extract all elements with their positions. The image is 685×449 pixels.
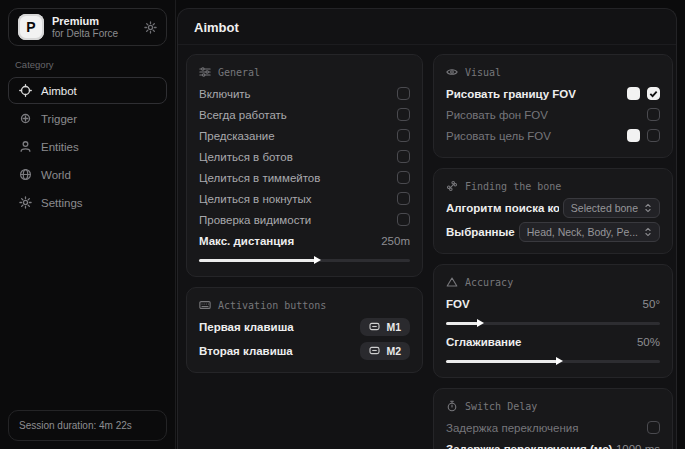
sidebar-item-label: Trigger [41, 113, 77, 125]
checkbox-switch-delay[interactable] [647, 421, 660, 434]
bone-algorithm-select[interactable]: Selected bone [563, 198, 660, 218]
eye-icon [446, 66, 458, 78]
toggle-label: Рисовать цель FOV [446, 130, 551, 142]
sidebar-item-label: Settings [41, 197, 83, 209]
slider-fill [199, 259, 315, 262]
keybind-value: M2 [386, 345, 401, 357]
fov-slider[interactable] [446, 318, 660, 328]
key-icon [369, 346, 380, 355]
slider-label: FOV [446, 298, 470, 310]
sidebar-item-label: World [41, 169, 71, 181]
key-icon [369, 322, 380, 331]
sidebar-item-entities[interactable]: Entities [8, 133, 167, 160]
selected-bones-select[interactable]: Head, Neck, Body, Pe... [519, 222, 660, 242]
checkbox-target-bots[interactable] [397, 150, 410, 163]
checkbox-draw-fov-border[interactable] [647, 87, 660, 100]
sidebar-item-settings[interactable]: Settings [8, 189, 167, 216]
smoothing-slider[interactable] [446, 356, 660, 366]
toggle-label: Всегда работать [199, 109, 287, 121]
brand-text: Premium for Delta Force [52, 15, 136, 39]
column-left: General Включить Всегда работать Предска… [186, 54, 423, 373]
slider-row: Задержка переключения (мс) 1000 ms [446, 438, 660, 449]
max-distance-slider[interactable] [199, 255, 410, 265]
toggle-label: Проверка видимости [199, 214, 311, 226]
slider-value: 50% [637, 336, 660, 348]
select-label: Выбранные кос [446, 226, 515, 238]
card-title-label: Finding the bone [465, 181, 561, 192]
toggle-row: Задержка переключения [446, 417, 660, 438]
content: General Включить Всегда работать Предска… [178, 45, 676, 449]
main-header: Aimbot [178, 9, 676, 45]
toggle-row: Всегда работать [199, 104, 410, 125]
card-switch-delay: Switch Delay Задержка переключения Задер… [433, 388, 673, 449]
toggle-row: Проверка видимости [199, 209, 410, 230]
sliders-icon [199, 66, 211, 78]
slider-row: FOV 50° [446, 293, 660, 314]
toggle-label: Рисовать границу FOV [446, 88, 576, 100]
checkbox-always-work[interactable] [397, 108, 410, 121]
globe-icon [19, 168, 32, 181]
column-right: Visual Рисовать границу FOV Рисовать фон… [433, 54, 673, 449]
brand-subtitle: for Delta Force [52, 28, 136, 40]
toggle-row: Целиться в тиммейтов [199, 167, 410, 188]
card-finding-the-bone: Finding the bone Алгоритм поиска кост Se… [433, 168, 673, 254]
checkbox-draw-fov-background[interactable] [647, 108, 660, 121]
card-switch-delay-title: Switch Delay [446, 400, 660, 412]
settings-gear-icon [19, 196, 32, 209]
card-bone-title: Finding the bone [446, 180, 660, 192]
toggle-label: Задержка переключения [446, 422, 578, 434]
keybind-button-1[interactable]: M1 [360, 318, 410, 336]
sidebar-item-trigger[interactable]: Trigger [8, 105, 167, 132]
card-activation-title: Activation buttons [199, 299, 410, 311]
main-panel: Aimbot General Включить [177, 8, 677, 449]
color-swatch[interactable] [627, 129, 640, 142]
select-value: Selected bone [571, 202, 638, 214]
checkbox-target-teammates[interactable] [397, 171, 410, 184]
checkbox-target-knocked[interactable] [397, 192, 410, 205]
toggle-label: Рисовать фон FOV [446, 109, 548, 121]
slider-label: Макс. дистанция [199, 235, 294, 247]
keybind-button-2[interactable]: M2 [360, 342, 410, 360]
toggle-label: Целиться в нокнутых [199, 193, 312, 205]
sidebar-item-world[interactable]: World [8, 161, 167, 188]
select-row: Алгоритм поиска кост Selected bone [446, 197, 660, 218]
select-label: Алгоритм поиска кост [446, 202, 559, 214]
card-title-label: Visual [465, 67, 501, 78]
color-swatch[interactable] [627, 87, 640, 100]
checkbox-prediction[interactable] [397, 129, 410, 142]
trigger-icon [19, 112, 32, 125]
triangle-icon [446, 276, 458, 288]
card-general-title: General [199, 66, 410, 78]
sidebar-item-aimbot[interactable]: Aimbot [8, 77, 167, 104]
toggle-label: Целиться в ботов [199, 151, 293, 163]
toggle-label: Предсказание [199, 130, 275, 142]
sidebar-item-label: Aimbot [41, 85, 77, 97]
slider-fill [446, 360, 557, 363]
card-accuracy: Accuracy FOV 50° Сглаживание 50% [433, 264, 673, 378]
chevrons-up-down-icon [644, 227, 652, 237]
toggle-row: Целиться в ботов [199, 146, 410, 167]
slider-label: Задержка переключения (мс) [446, 443, 612, 449]
card-accuracy-title: Accuracy [446, 276, 660, 288]
card-title-label: Switch Delay [465, 401, 537, 412]
checkbox-visibility-check[interactable] [397, 213, 410, 226]
slider-value: 50° [643, 298, 660, 310]
checkbox-draw-fov-target[interactable] [647, 129, 660, 142]
slider-value: 1000 ms [616, 443, 660, 449]
sidebar-item-label: Entities [41, 141, 79, 153]
card-title-label: Activation buttons [218, 300, 326, 311]
keybind-row: Вторая клавиша M2 [199, 340, 410, 361]
slider-label: Сглаживание [446, 336, 521, 348]
crosshair-icon [19, 84, 32, 97]
timer-icon [446, 400, 458, 412]
card-title-label: General [218, 67, 260, 78]
sidebar: P Premium for Delta Force Category Aimbo… [0, 0, 176, 449]
toggle-label: Целиться в тиммейтов [199, 172, 320, 184]
keybind-label: Вторая клавиша [199, 345, 293, 357]
slider-value: 250m [381, 235, 410, 247]
gear-icon[interactable] [144, 21, 157, 34]
card-activation-buttons: Activation buttons Первая клавиша M1 Вто… [186, 287, 423, 373]
select-row: Выбранные кос Head, Neck, Body, Pe... [446, 221, 660, 242]
sidebar-nav: Aimbot Trigger Entities [8, 77, 167, 216]
checkbox-enable[interactable] [397, 87, 410, 100]
